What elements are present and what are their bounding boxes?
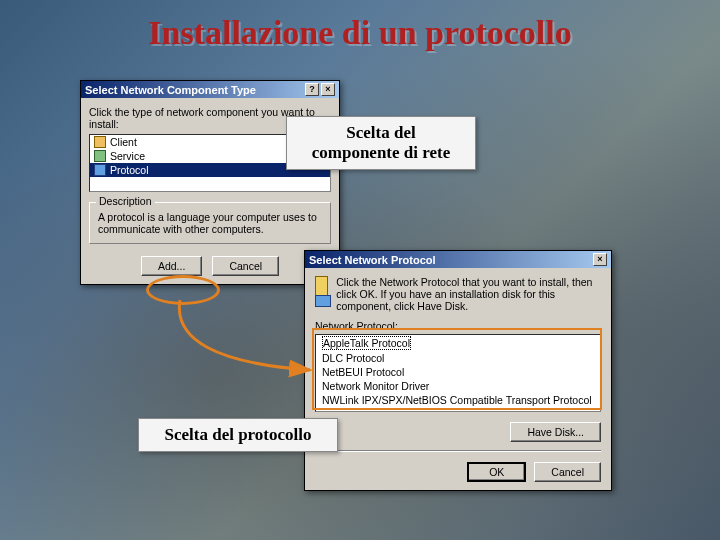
close-icon[interactable]: × bbox=[321, 83, 335, 96]
description-group: Description A protocol is a language you… bbox=[89, 202, 331, 244]
add-button[interactable]: Add... bbox=[141, 256, 202, 276]
help-icon[interactable]: ? bbox=[305, 83, 319, 96]
arrow-icon bbox=[160, 290, 360, 410]
close-icon[interactable]: × bbox=[593, 253, 607, 266]
slide-title: Installazione di un protocollo bbox=[0, 14, 720, 52]
list-item-label: Service bbox=[110, 150, 145, 162]
description-legend: Description bbox=[96, 195, 155, 207]
dialog-select-component: Select Network Component Type ? × Click … bbox=[80, 80, 340, 285]
service-icon bbox=[94, 150, 106, 162]
titlebar-text: Select Network Protocol bbox=[309, 254, 436, 266]
client-icon bbox=[94, 136, 106, 148]
cancel-button[interactable]: Cancel bbox=[212, 256, 279, 276]
titlebar-component[interactable]: Select Network Component Type ? × bbox=[81, 81, 339, 98]
description-text: A protocol is a language your computer u… bbox=[98, 211, 322, 235]
list-item-label: Protocol bbox=[110, 164, 149, 176]
ok-button[interactable]: OK bbox=[467, 462, 526, 482]
titlebar-text: Select Network Component Type bbox=[85, 84, 256, 96]
callout-component: Scelta del componente di rete bbox=[286, 116, 476, 170]
callout-protocol: Scelta del protocollo bbox=[138, 418, 338, 452]
protocol-icon bbox=[94, 164, 106, 176]
list-item-label: Client bbox=[110, 136, 137, 148]
have-disk-button[interactable]: Have Disk... bbox=[510, 422, 601, 442]
divider bbox=[315, 450, 601, 452]
titlebar-protocol[interactable]: Select Network Protocol × bbox=[305, 251, 611, 268]
instruction-text: Click the Network Protocol that you want… bbox=[336, 276, 601, 312]
cancel-button[interactable]: Cancel bbox=[534, 462, 601, 482]
